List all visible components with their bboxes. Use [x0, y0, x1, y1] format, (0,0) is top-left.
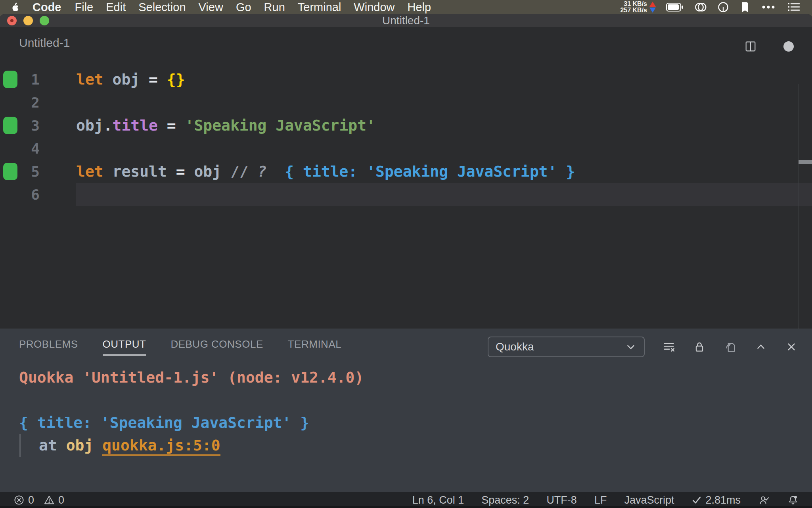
- panel-tab-terminal[interactable]: TERMINAL: [288, 338, 341, 356]
- token-id: obj: [194, 163, 230, 180]
- gutter-decoration: [0, 68, 22, 91]
- apple-menu[interactable]: [10, 2, 25, 13]
- window-bottom-edge: [0, 506, 812, 508]
- output-segment: { title: 'Speaking JavaScript' }: [19, 414, 309, 431]
- line-number: 4: [22, 140, 40, 157]
- network-speed[interactable]: 31 KB/s 257 KB/s: [620, 1, 656, 13]
- list-menu-icon[interactable]: [787, 1, 801, 13]
- window-title: Untitled-1: [382, 14, 430, 27]
- zoom-button[interactable]: [40, 16, 49, 25]
- close-panel-icon[interactable]: [785, 341, 798, 353]
- scrollbar-mark[interactable]: [799, 160, 812, 164]
- token-kw: let: [76, 71, 113, 88]
- eol[interactable]: LF: [594, 494, 607, 506]
- menu-item-selection[interactable]: Selection: [132, 1, 192, 14]
- status-bar: 00 Ln 6, Col 1Spaces: 2UTF-8LFJavaScript…: [0, 492, 812, 508]
- flag-icon[interactable]: [740, 1, 750, 13]
- close-button[interactable]: [7, 16, 17, 25]
- menu-item-edit[interactable]: Edit: [100, 1, 132, 14]
- token-id: obj: [113, 71, 149, 88]
- token-cm: //: [230, 163, 258, 180]
- timer-icon[interactable]: [717, 1, 730, 13]
- line-number: 2: [22, 94, 40, 111]
- token-op: [266, 163, 285, 180]
- minimize-button[interactable]: [23, 16, 33, 25]
- editor-line[interactable]: 4: [0, 137, 812, 160]
- quokka-coverage-indicator: [3, 71, 17, 88]
- quokka-time[interactable]: 2.81ms: [691, 494, 741, 506]
- output-segment: Quokka 'Untitled-1.js' (node: v12.4.0): [19, 369, 364, 386]
- more-dots-icon[interactable]: [760, 2, 776, 12]
- current-line-highlight: [76, 183, 812, 206]
- battery-icon[interactable]: [666, 2, 684, 12]
- chevron-down-icon: [625, 341, 637, 353]
- token-kw: let: [76, 163, 113, 180]
- error-count-label: 0: [28, 494, 34, 506]
- panel-tab-debug-console[interactable]: DEBUG CONSOLE: [170, 338, 263, 356]
- network-upload: 31 KB/s: [624, 1, 647, 7]
- output-line: { title: 'Speaking JavaScript' }: [0, 412, 812, 434]
- editor-line[interactable]: 5let result = obj // ? { title: 'Speakin…: [0, 160, 812, 183]
- gutter-decoration: [0, 160, 22, 183]
- swirl-icon[interactable]: [694, 1, 707, 13]
- eol-label: LF: [594, 494, 607, 506]
- token-id: obj: [76, 117, 103, 134]
- quokka-time-label: 2.81ms: [705, 494, 741, 506]
- editor-line[interactable]: 1let obj = {}: [0, 68, 812, 91]
- unsaved-indicator[interactable]: [783, 41, 794, 52]
- editor-line[interactable]: 6: [0, 183, 812, 206]
- output-log: Quokka 'Untitled-1.js' (node: v12.4.0) {…: [0, 361, 812, 457]
- language-mode[interactable]: JavaScript: [624, 494, 674, 506]
- titlebar[interactable]: Untitled-1: [0, 14, 812, 27]
- stack-link[interactable]: quokka.js:5:0: [102, 437, 220, 456]
- editor-line[interactable]: 3obj.title = 'Speaking JavaScript': [0, 114, 812, 137]
- gutter-decoration: [0, 114, 22, 137]
- download-arrow-icon: [649, 8, 656, 13]
- code-text: let result = obj // ? { title: 'Speaking…: [76, 163, 575, 180]
- token-dot: .: [103, 117, 113, 134]
- apple-icon: [10, 2, 20, 13]
- warning-count[interactable]: 0: [44, 494, 64, 506]
- editor[interactable]: 1let obj = {}23obj.title = 'Speaking Jav…: [0, 59, 812, 329]
- warning-icon: [44, 495, 55, 506]
- quokka-coverage-indicator: [3, 163, 17, 180]
- check-icon: [691, 495, 702, 505]
- panel-tab-output[interactable]: OUTPUT: [103, 338, 146, 356]
- token-op: =: [176, 163, 194, 180]
- indentation[interactable]: Spaces: 2: [481, 494, 529, 506]
- output-channel-select[interactable]: Quokka: [488, 337, 645, 357]
- feedback-icon: [758, 495, 770, 506]
- token-str: 'Speaking JavaScript': [185, 117, 375, 134]
- gutter-decoration: [0, 137, 22, 160]
- menu-item-file[interactable]: File: [69, 1, 100, 14]
- menu-item-help[interactable]: Help: [401, 1, 438, 14]
- menu-item-window[interactable]: Window: [347, 1, 401, 14]
- encoding-label: UTF-8: [546, 494, 577, 506]
- feedback[interactable]: [758, 495, 770, 506]
- split-editor-icon[interactable]: [744, 40, 757, 53]
- menu-item-run[interactable]: Run: [258, 1, 291, 14]
- tab-bar: Untitled-1: [0, 27, 812, 59]
- menu-item-go[interactable]: Go: [230, 1, 258, 14]
- menu-item-terminal[interactable]: Terminal: [291, 1, 348, 14]
- error-count[interactable]: 0: [13, 494, 34, 506]
- cursor-position-label: Ln 6, Col 1: [412, 494, 464, 506]
- encoding[interactable]: UTF-8: [546, 494, 577, 506]
- menu-item-code[interactable]: Code: [25, 1, 69, 14]
- open-in-editor-icon[interactable]: [723, 340, 737, 354]
- output-segment: at: [39, 437, 66, 454]
- bottom-panel: PROBLEMSOUTPUTDEBUG CONSOLETERMINAL Quok…: [0, 329, 812, 492]
- token-prop: title: [113, 117, 158, 134]
- tab-label[interactable]: Untitled-1: [19, 36, 70, 50]
- cursor-position[interactable]: Ln 6, Col 1: [412, 494, 464, 506]
- lock-icon[interactable]: [693, 340, 706, 354]
- panel-tab-problems[interactable]: PROBLEMS: [19, 338, 78, 356]
- maximize-panel-icon[interactable]: [754, 341, 768, 353]
- code-text: obj.title = 'Speaking JavaScript': [76, 117, 375, 134]
- clear-output-icon[interactable]: [662, 340, 676, 354]
- notifications[interactable]: [787, 495, 799, 506]
- editor-line[interactable]: 2: [0, 91, 812, 114]
- menu-item-view[interactable]: View: [192, 1, 230, 14]
- output-channel-value: Quokka: [496, 341, 534, 353]
- bell-icon: [787, 495, 799, 506]
